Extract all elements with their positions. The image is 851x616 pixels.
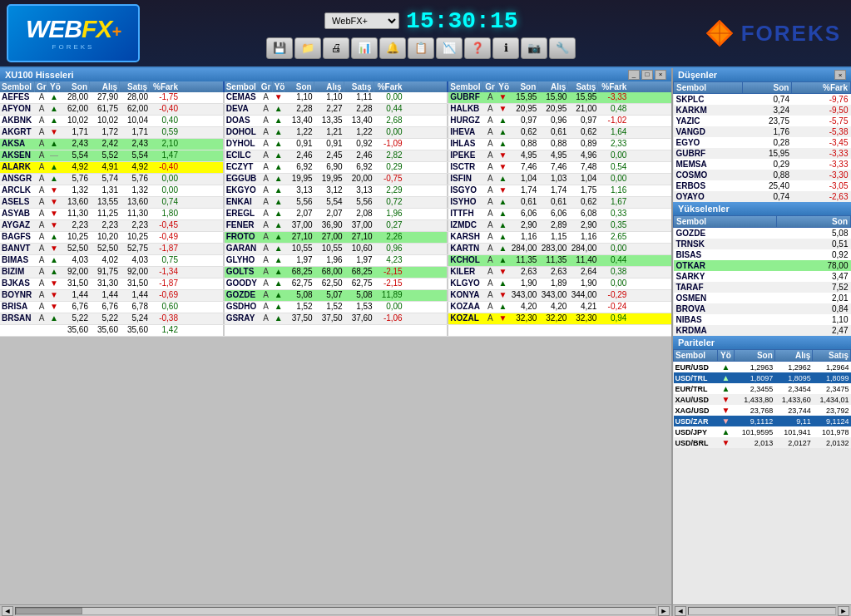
toolbar-btn-settings[interactable]: 🔧 [549,37,576,59]
table-row[interactable]: BRSANA▲5,225,225,24-0,38GSRAYA▲37,5037,5… [0,313,671,325]
toolbar-btn-alert[interactable]: 🔔 [379,37,406,59]
col1-hdr-alis: Alış [90,81,120,92]
list-item[interactable]: EGYO 0,28 -3,45 [674,137,851,148]
table-row[interactable]: AEFESA▲28,0027,9028,00-1,75CEMASA▼1,101,… [0,92,671,104]
list-item[interactable]: KRDMA 2,47 [674,325,851,336]
xu100-scrollbar[interactable]: ◄ ► [0,604,671,616]
table-row[interactable]: ANSGRA▲5,765,745,760,00EGGUBA▲19,9519,95… [0,174,671,185]
par-hdr-satis: Satış [813,350,851,362]
par-hdr-alis: Alış [774,350,813,362]
header-center: WebFX+ 15:30:15 💾 📁 🖨 📊 🔔 📋 📉 ❓ ℹ 📷 🔧 [146,8,696,59]
list-item[interactable]: USD/JPY ▲ 101,9595 101,941 101,978 [674,426,851,437]
toolbar-btn-help[interactable]: ❓ [464,37,491,59]
yuk-hdr-son: Son [776,216,850,228]
list-item[interactable]: EUR/USD ▲ 1,2963 1,2962 1,2964 [674,362,851,373]
table-row[interactable]: AKBNKA▲10,0210,0210,040,40DOASA▲13,4013,… [0,116,671,127]
list-item[interactable]: TRNSK 0,51 [674,239,851,249]
table-row[interactable]: BAGFSA▲10,2510,2010,25-0,49FROTOA▲27,102… [0,232,671,244]
table-row[interactable]: ASELSA▼13,6013,5513,600,74ENKAIA▲5,565,5… [0,197,671,209]
toolbar-btn-trend[interactable]: 📉 [436,37,463,59]
list-item[interactable]: OSMEN 2,01 [674,293,851,303]
xu100-ctrl-close[interactable]: × [655,70,666,80]
table-row[interactable]: BOYNRA▼1,441,441,44-0,69GOZDEA▲5,085,075… [0,290,671,302]
list-item[interactable]: TARAF 7,52 [674,282,851,293]
col1-hdr-satis: Satış [120,81,150,92]
col1-hdr-sym: Sembol [0,81,35,92]
toolbar-btn-save[interactable]: 💾 [266,37,293,59]
xu100-ctrl-max[interactable]: □ [641,70,653,80]
list-item[interactable]: VANGD 1,76 -5,38 [674,126,851,137]
stock-table-container: Sembol Gr Yö Son Alış Satış %Fark Sembol… [0,81,671,604]
right-panel: Düşenler × Sembol Son %Fark SKPLC 0,74 -… [672,68,851,616]
list-item[interactable]: XAU/USD ▼ 1,433,80 1,433,60 1,434,01 [674,394,851,405]
webfx-dropdown[interactable]: WebFX+ [324,12,399,29]
toolbar-btn-open[interactable]: 📁 [294,37,321,59]
list-item[interactable]: BISAS 0,92 [674,249,851,260]
list-item[interactable]: SARKY 3,47 [674,271,851,282]
scroll-right-btn[interactable]: ► [658,606,670,616]
toolbar-btn-chart[interactable]: 📊 [351,37,378,59]
yukselenler-title: Yükselenler [673,202,851,215]
yukselenler-table: Sembol Son GOZDE 5,08 TRNSK 0,51 BISAS 0… [673,215,851,336]
toolbar-btn-info[interactable]: ℹ [492,37,519,59]
table-row[interactable]: 35,6035,6035,601,42 [0,325,671,337]
list-item[interactable]: ERBOS 25,40 -3,05 [674,180,851,191]
dusenler-ctrl[interactable]: × [834,70,846,80]
col3-hdr-yo: Yö [497,81,508,92]
toolbar: 💾 📁 🖨 📊 🔔 📋 📉 ❓ ℹ 📷 🔧 [266,37,576,59]
table-row[interactable]: ASYABA▼11,3011,2511,301,80EREGLA▲2,072,0… [0,209,671,220]
table-row[interactable]: AKSAA▲2,432,422,432,10DYHOLA▲0,910,910,9… [0,139,671,150]
foreks-logo: FOREKS [703,17,841,50]
list-item[interactable]: GUBRF 15,95 -3,33 [674,148,851,159]
table-row[interactable]: AKSENA—5,545,525,541,47ECILCA▲2,462,452,… [0,150,671,162]
xu100-title: XU100 Hisseleri [5,70,74,80]
col1-hdr-son: Son [60,81,90,92]
col1-hdr-gr: Gr [35,81,48,92]
toolbar-btn-cam[interactable]: 📷 [521,37,547,59]
list-item[interactable]: GOZDE 5,08 [674,228,851,239]
col2-hdr-sym: Sembol [225,81,260,92]
list-item[interactable]: OTKAR 78,00 [674,260,851,271]
list-item[interactable]: SKPLC 0,74 -9,76 [674,94,851,106]
table-row[interactable]: AYGAZA▼2,232,232,23-0,45FENERA▲37,0036,9… [0,220,671,232]
xu100-ctrl-min[interactable]: _ [628,70,640,80]
list-item[interactable]: MEMSA 0,29 -3,33 [674,159,851,170]
toolbar-btn-print[interactable]: 🖨 [323,37,349,59]
table-row[interactable]: ARCLKA▼1,321,311,320,00EKGYOA▲3,133,123,… [0,185,671,197]
list-item[interactable]: USD/BRL ▼ 2,013 2,0127 2,0132 [674,437,851,448]
par-scroll-right[interactable]: ► [838,606,849,616]
list-item[interactable]: BROVA 0,84 [674,303,851,314]
list-item[interactable]: NIBAS 1,10 [674,314,851,325]
header: WEBFX+ FOREKS WebFX+ 15:30:15 💾 📁 🖨 📊 🔔 … [0,0,851,68]
table-row[interactable]: BRISAA▼6,766,766,780,60GSDHOA▲1,521,521,… [0,302,671,313]
list-item[interactable]: XAG/USD ▼ 23,768 23,744 23,792 [674,405,851,416]
list-item[interactable]: EUR/TRL ▲ 2,3455 2,3454 2,3475 [674,383,851,394]
dusenler-hdr-sym: Sembol [674,82,743,94]
col3-hdr-gr: Gr [483,81,497,92]
table-row[interactable]: BANVTA▼52,5052,5052,75-1,87GARANA▲10,551… [0,244,671,255]
dusenler-title: Düşenler × [673,68,851,81]
list-item[interactable]: YAZIC 23,75 -5,75 [674,116,851,126]
table-row[interactable]: AFYONA▲62,0061,7562,00-0,40DEVAA▲2,282,2… [0,104,671,116]
list-item[interactable]: USD/TRL ▲ 1,8097 1,8095 1,8099 [674,372,851,383]
table-row[interactable]: BJKASA▼31,5031,3031,50-1,87GOODYA▲62,756… [0,278,671,290]
foreks-diamond-icon [703,17,736,50]
yukselenler-panel: Yükselenler Sembol Son GOZDE 5,08 TRNSK … [673,202,851,336]
list-item[interactable]: COSMO 0,88 -3,30 [674,170,851,180]
pariteler-scrollbar[interactable]: ◄ ► [673,604,851,616]
main-content: XU100 Hisseleri _ □ × Sembol Gr Yö Son A… [0,68,851,616]
yuk-hdr-sym: Sembol [674,216,777,228]
table-row[interactable]: AKGRTA▼1,711,721,710,59DOHOLA▲1,221,211,… [0,127,671,139]
col2-hdr-fark: %Fark [374,81,404,92]
table-row[interactable]: ALARKA▲4,924,914,92-0,40ECZYTA▲6,926,906… [0,162,671,174]
col3-hdr-satis: Satış [568,81,598,92]
list-item[interactable]: OYAYO 0,74 -2,63 [674,191,851,202]
table-row[interactable]: BIMASA▲4,034,024,030,75GLYHOA▲1,971,961,… [0,255,671,267]
list-item[interactable]: USD/ZAR ▼ 9,1112 9,11 9,1124 [674,416,851,426]
table-row[interactable]: BIZIMA▲92,0091,7592,00-1,34GOLTSA▲68,256… [0,267,671,278]
par-scroll-left[interactable]: ◄ [675,606,686,616]
scroll-left-btn[interactable]: ◄ [2,606,13,616]
toolbar-btn-list[interactable]: 📋 [408,37,434,59]
par-hdr-sym: Sembol [674,350,718,362]
list-item[interactable]: KARKM 3,24 -9,50 [674,105,851,116]
